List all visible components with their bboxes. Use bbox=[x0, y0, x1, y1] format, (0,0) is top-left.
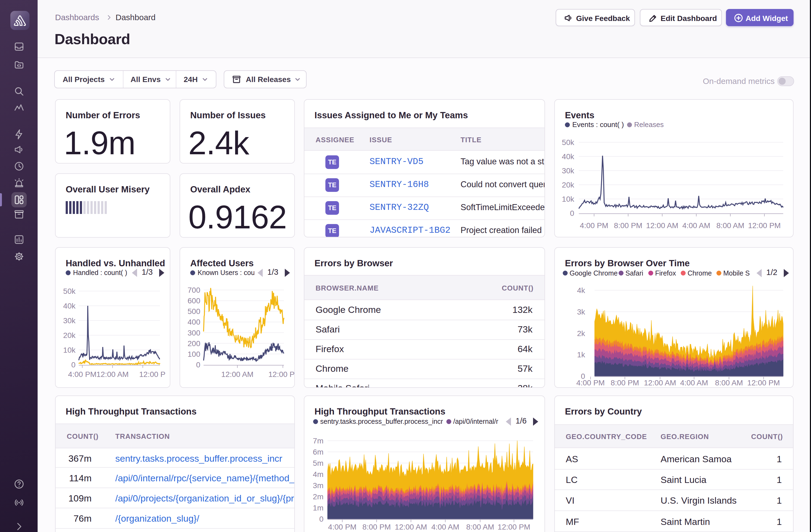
svg-text:12:00 P: 12:00 P bbox=[269, 370, 295, 379]
svg-text:8:00 AM: 8:00 AM bbox=[716, 221, 745, 230]
svg-text:100: 100 bbox=[187, 350, 200, 359]
svg-text:10k: 10k bbox=[63, 346, 76, 354]
svg-text:12:00 AM: 12:00 AM bbox=[646, 221, 678, 230]
svg-text:600: 600 bbox=[187, 297, 200, 305]
svg-text:6m: 6m bbox=[313, 448, 323, 456]
svg-text:50k: 50k bbox=[63, 287, 76, 295]
svg-text:3k: 3k bbox=[577, 308, 585, 316]
svg-text:500: 500 bbox=[187, 307, 200, 316]
svg-text:200: 200 bbox=[187, 339, 200, 348]
svg-text:1k: 1k bbox=[577, 350, 585, 359]
svg-text:12:00 PM: 12:00 PM bbox=[498, 523, 530, 531]
svg-text:700: 700 bbox=[187, 286, 200, 294]
svg-text:40k: 40k bbox=[562, 152, 575, 161]
svg-text:12:00 PM: 12:00 PM bbox=[747, 379, 780, 387]
svg-text:12:00 PM: 12:00 PM bbox=[748, 221, 781, 230]
svg-text:0: 0 bbox=[196, 361, 200, 369]
svg-text:20k: 20k bbox=[63, 331, 76, 339]
svg-text:0: 0 bbox=[319, 515, 323, 523]
svg-text:10k: 10k bbox=[562, 195, 575, 203]
svg-text:4:00 PM: 4:00 PM bbox=[68, 370, 96, 379]
svg-text:4:00 AM: 4:00 AM bbox=[431, 523, 459, 531]
svg-text:7m: 7m bbox=[313, 437, 323, 445]
svg-text:12:00 AM: 12:00 AM bbox=[221, 370, 254, 379]
svg-text:50k: 50k bbox=[562, 138, 575, 147]
svg-text:0: 0 bbox=[71, 361, 76, 369]
svg-text:30k: 30k bbox=[562, 167, 575, 175]
svg-text:4k: 4k bbox=[577, 286, 585, 294]
svg-text:2m: 2m bbox=[313, 492, 323, 501]
svg-text:4:00 PM: 4:00 PM bbox=[328, 523, 356, 531]
svg-text:8:00 PM: 8:00 PM bbox=[611, 379, 639, 387]
svg-text:12:00 AM: 12:00 AM bbox=[96, 370, 128, 379]
svg-text:3m: 3m bbox=[313, 481, 323, 490]
svg-text:2k: 2k bbox=[577, 329, 585, 338]
svg-text:12:00 P: 12:00 P bbox=[139, 370, 166, 379]
svg-text:1m: 1m bbox=[313, 504, 323, 512]
svg-text:0: 0 bbox=[570, 209, 574, 217]
svg-text:300: 300 bbox=[187, 329, 200, 337]
svg-text:20k: 20k bbox=[562, 181, 575, 189]
svg-text:8:00 AM: 8:00 AM bbox=[466, 523, 494, 531]
svg-text:12:00 AM: 12:00 AM bbox=[644, 379, 676, 387]
svg-text:8:00 PM: 8:00 PM bbox=[363, 523, 391, 531]
svg-text:12:00 AM: 12:00 AM bbox=[395, 523, 427, 531]
svg-text:8:00 AM: 8:00 AM bbox=[715, 379, 743, 387]
svg-text:30k: 30k bbox=[63, 316, 76, 325]
svg-text:40k: 40k bbox=[63, 302, 76, 310]
svg-text:400: 400 bbox=[187, 318, 200, 326]
svg-text:4:00 PM: 4:00 PM bbox=[576, 379, 605, 387]
svg-text:4:00 PM: 4:00 PM bbox=[580, 221, 608, 230]
svg-text:4m: 4m bbox=[313, 470, 323, 478]
svg-text:4:00 AM: 4:00 AM bbox=[683, 221, 710, 230]
svg-text:4:00 AM: 4:00 AM bbox=[680, 379, 708, 387]
svg-text:8:00 PM: 8:00 PM bbox=[614, 221, 642, 230]
svg-text:5m: 5m bbox=[313, 459, 323, 467]
